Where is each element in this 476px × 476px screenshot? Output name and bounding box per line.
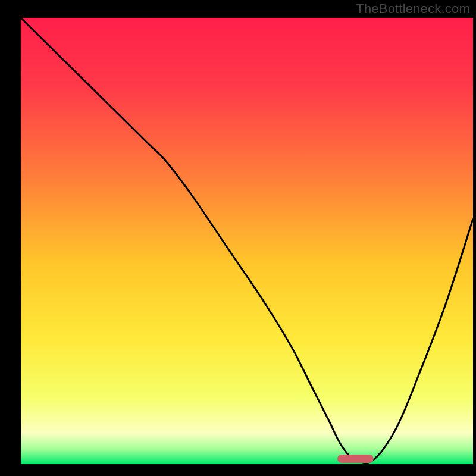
chart-container: { "watermark": "TheBottleneck.com", "col…	[0, 0, 476, 476]
optimal-range-marker	[337, 455, 374, 463]
watermark-text: TheBottleneck.com	[356, 1, 470, 17]
bottleneck-chart	[0, 0, 476, 476]
